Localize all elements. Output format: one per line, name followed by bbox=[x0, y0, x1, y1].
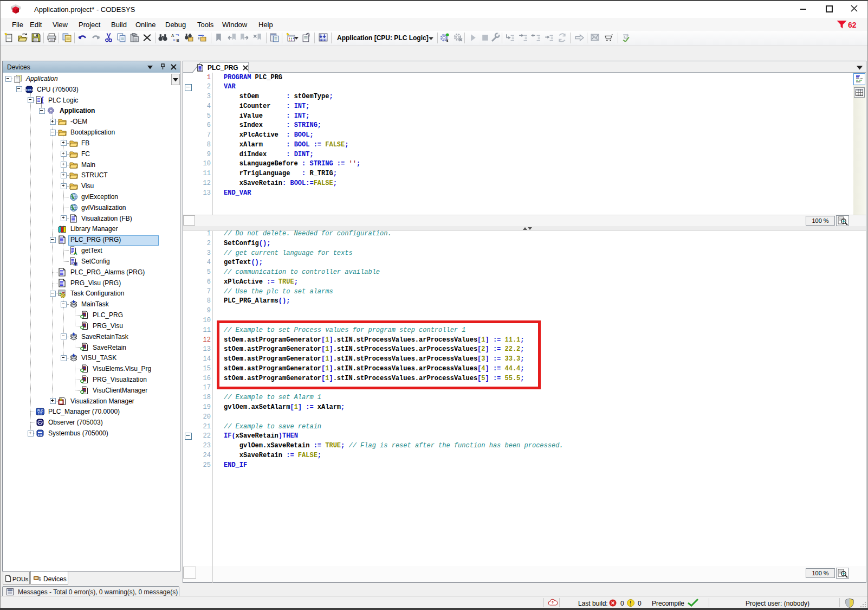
svg-text:A: A bbox=[171, 33, 174, 38]
svg-text:B: B bbox=[177, 38, 179, 43]
